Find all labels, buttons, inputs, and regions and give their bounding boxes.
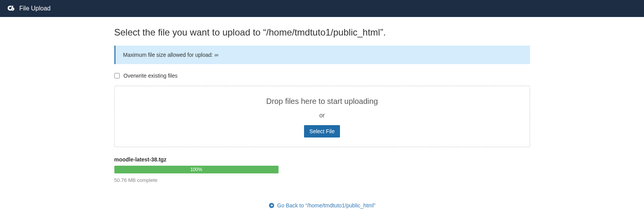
back-link-row: Go Back to “/home/tmdtuto1/public_html” [114, 202, 530, 210]
select-file-button[interactable]: Select File [304, 125, 340, 137]
app-header: File Upload [0, 0, 644, 17]
progress-fill: 100% [114, 166, 279, 173]
upload-complete-text: 50.76 MB complete [114, 177, 530, 183]
go-back-link[interactable]: Go Back to “/home/tmdtuto1/public_html” [268, 202, 375, 209]
dropzone[interactable]: Drop files here to start uploading or Se… [114, 86, 530, 147]
overwrite-label[interactable]: Overwrite existing files [124, 73, 178, 79]
page-title: Select the file you want to upload to “/… [114, 27, 530, 38]
cpanel-logo-icon [6, 4, 15, 13]
progress-bar: 100% [114, 166, 279, 173]
upload-filename: moodle-latest-38.tgz [114, 156, 530, 163]
overwrite-checkbox[interactable] [114, 73, 120, 78]
main-container: Select the file you want to upload to “/… [114, 17, 530, 218]
dropzone-text: Drop files here to start uploading [122, 97, 522, 106]
arrow-left-circle-icon [268, 202, 275, 209]
upload-progress: moodle-latest-38.tgz 100% 50.76 MB compl… [114, 156, 530, 183]
go-back-text: Go Back to “/home/tmdtuto1/public_html” [277, 202, 375, 209]
dropzone-or: or [122, 112, 522, 119]
info-banner: Maximum file size allowed for upload: ∞ [114, 46, 530, 64]
header-title: File Upload [19, 5, 51, 12]
overwrite-row: Overwrite existing files [114, 73, 530, 79]
